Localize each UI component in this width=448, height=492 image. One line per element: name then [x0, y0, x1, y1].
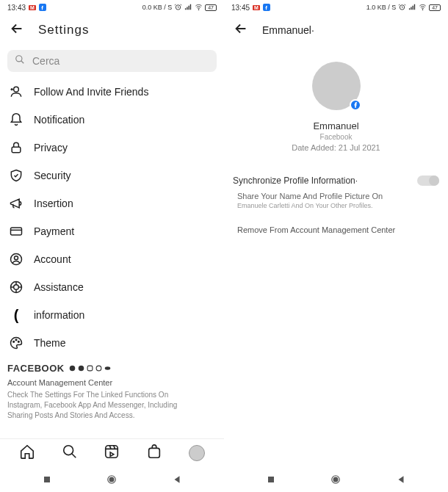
remove-section: Remove From Account Management Center	[224, 212, 448, 247]
svg-point-2	[16, 56, 22, 62]
back-button-icon[interactable]	[396, 474, 406, 485]
messenger-icon	[78, 365, 84, 372]
menu-follow-invite[interactable]: Follow And Invite Friends	[4, 78, 220, 106]
remove-from-account-center-link[interactable]: Remove From Account Management Center	[237, 225, 435, 234]
menu-notification[interactable]: Notification	[4, 106, 220, 134]
battery-icon: 47	[429, 4, 441, 11]
facebook-icon	[69, 365, 76, 372]
svg-point-3	[14, 87, 19, 92]
android-nav-bar	[0, 469, 224, 492]
status-bar: 13:45 M 1.0 KB / S 47	[224, 0, 448, 13]
svg-point-23	[110, 477, 115, 482]
svg-rect-4	[12, 147, 21, 153]
megaphone-icon	[9, 196, 24, 211]
lock-icon	[9, 140, 24, 155]
profile-platform: Facebook	[224, 133, 448, 141]
data-rate: 1.0 KB / S	[366, 4, 397, 11]
android-nav-bar	[224, 469, 448, 492]
svg-point-7	[15, 256, 18, 260]
shield-icon	[9, 168, 24, 183]
facebook-badge-icon	[350, 99, 361, 111]
menu-insertion[interactable]: Insertion	[4, 189, 220, 217]
instagram-icon	[87, 365, 93, 372]
bell-icon	[9, 112, 24, 127]
profile-nav-icon[interactable]	[189, 445, 205, 461]
sync-label: Synchronize Profile Information·	[233, 176, 358, 186]
page-title: Emmanuel·	[262, 24, 314, 36]
facebook-status-icon	[263, 4, 270, 11]
oculus-icon	[104, 365, 111, 372]
share-section: Share Your Name And Profile Picture On E…	[224, 189, 448, 212]
settings-header: Settings	[0, 13, 224, 47]
profile-section: Emmanuel Facebook Date Added: 21 Jul 202…	[224, 47, 448, 158]
alarm-icon	[398, 3, 406, 12]
person-add-icon	[9, 84, 24, 99]
info-icon: (	[9, 308, 24, 322]
profile-date-added: Date Added: 21 Jul 2021	[224, 143, 448, 152]
share-title: Share Your Name And Profile Picture On	[237, 192, 435, 200]
back-icon[interactable]	[9, 21, 25, 40]
svg-point-10	[13, 341, 15, 343]
svg-rect-26	[268, 477, 274, 482]
alarm-icon	[174, 3, 182, 12]
shop-icon[interactable]	[146, 444, 162, 463]
svg-rect-20	[149, 448, 160, 457]
menu-assistance[interactable]: Assistance	[4, 273, 220, 301]
help-icon	[9, 280, 24, 294]
home-button-icon[interactable]	[106, 474, 117, 485]
facebook-app-icons	[69, 365, 111, 372]
menu-security[interactable]: Security	[4, 162, 220, 189]
search-placeholder: Cerca	[32, 55, 59, 67]
wifi-icon	[195, 3, 203, 12]
recent-apps-icon[interactable]	[42, 474, 52, 485]
profile-header: Emmanuel·	[224, 13, 448, 47]
gmail-icon: M	[29, 5, 36, 10]
menu-privacy[interactable]: Privacy	[4, 134, 220, 162]
status-bar: 13:43 M 0.0 KB / S 47	[0, 0, 224, 13]
sync-toggle[interactable]	[417, 176, 439, 186]
search-nav-icon[interactable]	[62, 444, 78, 463]
sync-profile-row[interactable]: Synchronize Profile Information·	[224, 168, 448, 189]
home-icon[interactable]	[19, 444, 35, 463]
battery-icon: 47	[205, 4, 217, 11]
svg-point-12	[18, 341, 20, 343]
data-rate: 0.0 KB / S	[142, 4, 173, 11]
back-icon[interactable]	[233, 21, 249, 40]
svg-point-18	[63, 446, 73, 455]
svg-point-1	[198, 9, 199, 10]
svg-point-11	[15, 339, 17, 341]
home-button-icon[interactable]	[330, 474, 341, 485]
profile-name: Emmanuel	[224, 120, 448, 131]
svg-rect-5	[11, 228, 22, 235]
search-icon	[15, 54, 25, 68]
facebook-title: FACEBOOK	[7, 363, 65, 374]
svg-rect-15	[87, 366, 93, 371]
gmail-icon: M	[253, 5, 260, 10]
svg-point-9	[14, 285, 19, 290]
svg-point-28	[334, 477, 339, 482]
menu-theme[interactable]: Theme	[4, 329, 220, 357]
svg-point-17	[104, 366, 110, 370]
facebook-section: FACEBOOK Account Management Center Check…	[0, 357, 224, 422]
status-time: 13:43	[7, 4, 26, 12]
search-bar[interactable]: Cerca	[7, 50, 217, 72]
signal-icon	[184, 3, 192, 12]
account-center-link[interactable]: Account Management Center	[7, 378, 217, 387]
menu-payment[interactable]: Payment	[4, 217, 220, 245]
reels-icon[interactable]	[104, 444, 120, 463]
recent-apps-icon[interactable]	[266, 474, 276, 485]
svg-point-13	[69, 366, 75, 372]
account-icon	[9, 252, 24, 267]
back-button-icon[interactable]	[172, 474, 182, 485]
right-screen: 13:45 M 1.0 KB / S 47 Emmanuel· Emmanuel…	[224, 0, 448, 492]
page-title: Settings	[38, 23, 89, 37]
status-time: 13:45	[231, 4, 250, 12]
menu-information[interactable]: ( information	[4, 301, 220, 329]
palette-icon	[9, 336, 24, 350]
svg-point-14	[78, 366, 84, 372]
menu-account[interactable]: Account	[4, 245, 220, 273]
whatsapp-icon	[95, 365, 102, 372]
account-center-description: Check The Settings For The Linked Functi…	[7, 390, 217, 421]
svg-rect-21	[44, 477, 50, 482]
signal-icon	[408, 3, 416, 12]
